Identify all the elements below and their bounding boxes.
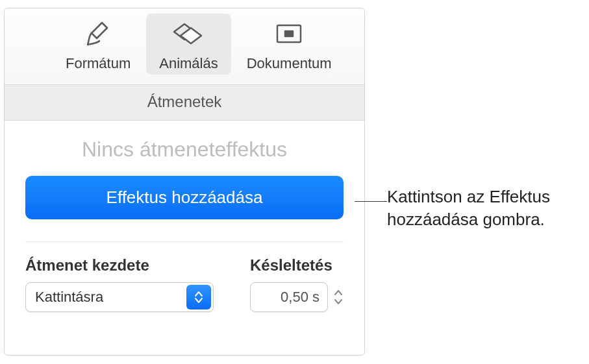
tab-document-label: Dokumentum [247,55,332,72]
transition-start-select[interactable]: Kattintásra [25,282,214,312]
diamond-stack-icon [171,18,205,51]
delay-input[interactable] [250,282,328,312]
callout-leader-line [355,201,387,202]
chevron-up-down-icon[interactable] [186,285,211,309]
tab-animate-label: Animálás [159,55,218,72]
tab-format[interactable]: Formátum [53,14,144,75]
inspector-panel: Formátum Animálás [4,8,365,356]
stepper-up-icon[interactable] [333,289,344,297]
callout-text: Kattintson az Effektus hozzáadása gombra… [387,186,582,231]
tab-animate[interactable]: Animálás [146,14,231,75]
transition-start-label: Átmenet kezdete [25,256,232,274]
transition-start-value: Kattintásra [35,289,103,306]
toolbar: Formátum Animálás [5,8,364,85]
brush-icon [85,18,111,51]
slide-icon [273,18,305,51]
section-header-transitions: Átmenetek [5,85,364,121]
svg-rect-1 [285,31,293,36]
add-effect-button[interactable]: Effektus hozzáadása [25,176,344,219]
no-transition-label: Nincs átmeneteffektus [25,138,344,162]
divider [25,241,344,242]
delay-label: Késleltetés [250,256,344,274]
tab-document[interactable]: Dokumentum [234,14,345,75]
tab-format-label: Formátum [66,55,131,72]
stepper-down-icon[interactable] [333,298,344,306]
